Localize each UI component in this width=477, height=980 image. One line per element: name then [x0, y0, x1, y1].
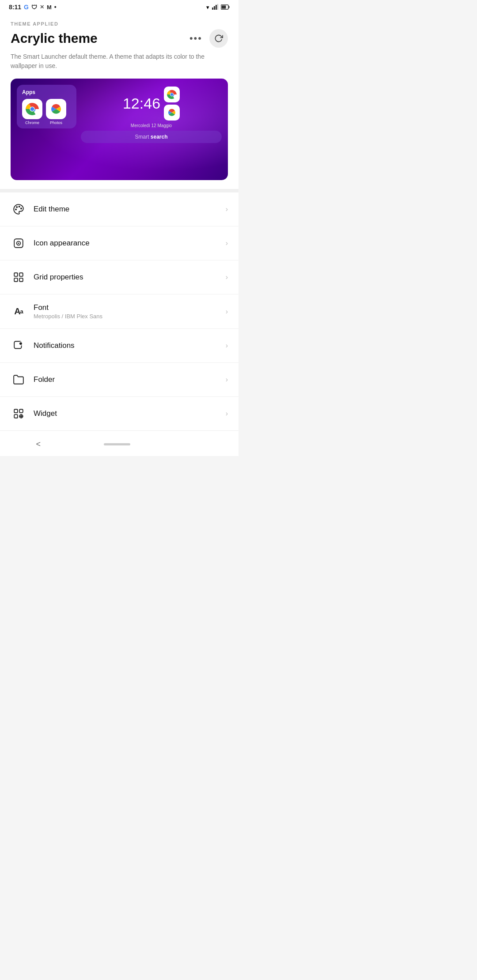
search-text: Smart search [135, 134, 167, 140]
wifi-icon: ▾ [206, 4, 209, 11]
grid-icon [11, 269, 26, 285]
font-sublabel: Metropolis / IBM Plex Sans [34, 313, 226, 320]
folder-text: Folder [34, 375, 226, 384]
svg-rect-22 [14, 278, 18, 282]
font-label: Font [34, 303, 226, 312]
palette-icon [11, 201, 26, 217]
svg-rect-0 [212, 8, 213, 10]
menu-item-icon-appearance[interactable]: Icon appearance › [0, 226, 238, 260]
shield-icon: 🛡 [31, 4, 37, 11]
menu-item-font[interactable]: Aa Font Metropolis / IBM Plex Sans › [0, 294, 238, 329]
clock-date: Mercoledì 12 Maggio [131, 123, 172, 128]
battery-icon [221, 4, 230, 10]
svg-rect-23 [19, 278, 23, 282]
mini-photos-icon [164, 105, 180, 121]
folder-apps: Chrome Photos [22, 99, 66, 125]
icon-appearance-icon [11, 235, 26, 251]
svg-point-13 [19, 206, 20, 207]
svg-rect-21 [19, 273, 23, 276]
x-icon: ✕ [40, 4, 44, 10]
edit-theme-text: Edit theme [34, 205, 226, 214]
folder-label: Apps [22, 89, 35, 95]
header-section: THEME APPLIED Acrylic theme ••• The Smar… [0, 13, 238, 189]
google-icon: G [24, 4, 29, 11]
grid-properties-label: Grid properties [34, 273, 226, 282]
chrome-app-icon [22, 99, 42, 119]
signal-icon [212, 4, 218, 10]
icon-appearance-label: Icon appearance [34, 239, 226, 248]
widget-arrow: › [226, 410, 228, 418]
clock-row: 12:46 [123, 87, 180, 121]
edit-theme-label: Edit theme [34, 205, 226, 214]
widget-label: Widget [34, 409, 226, 418]
svg-point-9 [30, 107, 34, 111]
menu-item-widget[interactable]: Widget › [0, 397, 238, 430]
back-button[interactable]: < [27, 437, 50, 452]
status-bar: 8:11 G 🛡 ✕ M • ▾ [0, 0, 238, 13]
folder-label-menu: Folder [34, 375, 226, 384]
svg-point-25 [19, 342, 23, 345]
section-divider [0, 189, 238, 192]
svg-rect-6 [222, 6, 226, 9]
notifications-label: Notifications [34, 341, 226, 350]
theme-preview: Apps [11, 79, 228, 180]
font-arrow: › [226, 308, 228, 316]
nav-pill [104, 443, 130, 445]
preview-search-bar: Smart search [81, 131, 222, 143]
menu-item-grid-properties[interactable]: Grid properties › [0, 260, 238, 294]
notifications-icon [11, 338, 26, 354]
header-actions: ••• [187, 29, 228, 48]
theme-title: Acrylic theme [11, 31, 98, 46]
grid-properties-text: Grid properties [34, 273, 226, 282]
theme-applied-label: THEME APPLIED [11, 21, 228, 26]
clock-time: 12:46 [123, 95, 160, 112]
svg-rect-20 [14, 273, 18, 276]
menu-item-folder[interactable]: Folder › [0, 363, 238, 397]
theme-description: The Smart Launcher default theme. A them… [11, 52, 228, 71]
bottom-nav: < [0, 430, 238, 456]
widget-text: Widget [34, 409, 226, 418]
photos-app-icon [46, 99, 66, 119]
svg-rect-5 [229, 6, 230, 8]
preview-right: 12:46 [81, 85, 222, 143]
svg-rect-28 [14, 415, 18, 418]
status-time: 8:11 [9, 4, 21, 11]
header-row: Acrylic theme ••• [11, 29, 228, 48]
svg-point-15 [16, 207, 17, 207]
svg-point-14 [21, 208, 22, 209]
widget-icon [11, 406, 26, 422]
edit-theme-arrow: › [226, 205, 228, 213]
app-folder: Apps [17, 85, 76, 128]
svg-rect-1 [214, 6, 215, 10]
svg-point-19 [18, 242, 19, 244]
notifications-text: Notifications [34, 341, 226, 350]
mini-icons [164, 87, 180, 121]
folder-icon [11, 372, 26, 388]
chrome-app-label: Chrome [25, 121, 39, 125]
folder-arrow: › [226, 376, 228, 384]
icon-appearance-text: Icon appearance [34, 239, 226, 248]
svg-rect-27 [19, 409, 23, 413]
dot-icon: • [54, 4, 57, 11]
photos-app-wrapper: Photos [46, 99, 66, 125]
mail-icon: M [47, 4, 52, 11]
font-text: Font Metropolis / IBM Plex Sans [34, 303, 226, 320]
menu-item-notifications[interactable]: Notifications › [0, 329, 238, 363]
font-icon: Aa [11, 304, 26, 320]
svg-rect-26 [14, 409, 18, 413]
refresh-button[interactable] [209, 29, 228, 48]
svg-rect-3 [217, 4, 218, 10]
photos-app-label: Photos [50, 121, 62, 125]
status-right: ▾ [206, 4, 230, 11]
svg-point-16 [15, 209, 16, 210]
menu-list: Edit theme › Icon appearance › Grid prop… [0, 192, 238, 430]
svg-rect-2 [216, 5, 217, 10]
more-button[interactable]: ••• [187, 32, 205, 45]
notifications-arrow: › [226, 342, 228, 350]
mini-chrome-icon [164, 87, 180, 102]
status-left: 8:11 G 🛡 ✕ M • [9, 4, 57, 11]
menu-item-edit-theme[interactable]: Edit theme › [0, 192, 238, 226]
grid-properties-arrow: › [226, 273, 228, 281]
chrome-app-wrapper: Chrome [22, 99, 42, 125]
svg-point-12 [170, 93, 173, 96]
